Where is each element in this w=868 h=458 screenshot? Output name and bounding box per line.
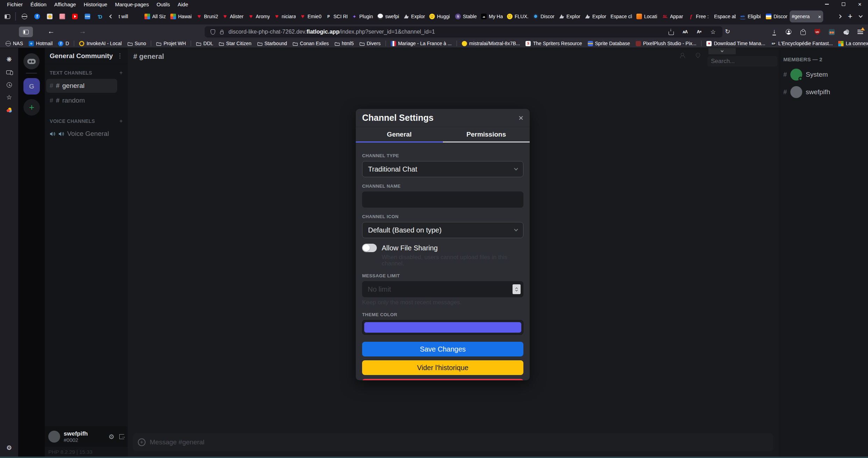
tab[interactable]: Discor <box>764 8 790 25</box>
pinned-tab-globe[interactable] <box>21 13 28 20</box>
colors-icon[interactable] <box>0 105 18 115</box>
ublock-origin-icon[interactable]: UO <box>812 27 822 37</box>
modal-tab-permissions[interactable]: Permissions <box>443 127 530 143</box>
bookmark-item[interactable]: NAS <box>3 40 25 47</box>
extensions-puzzle-icon[interactable] <box>798 27 808 37</box>
bookmark-item[interactable]: Suno <box>125 40 148 47</box>
tab-close-icon[interactable]: × <box>818 14 821 20</box>
bookmark-item[interactable]: oHotmail <box>27 40 55 47</box>
bookmark-item[interactable]: Star Citizen <box>217 40 253 47</box>
tab[interactable]: Locati <box>634 8 660 25</box>
tab[interactable]: Espace abo <box>712 8 738 25</box>
bookmark-item[interactable]: mistralai/Mixtral-8x7B... <box>460 40 522 47</box>
tab[interactable]: fFree : <box>686 8 712 25</box>
bookmark-item[interactable]: Mariage - La France à ... <box>389 40 454 47</box>
tab[interactable]: Hawai <box>168 8 194 25</box>
maximize-button[interactable] <box>835 0 852 8</box>
downloads-icon[interactable]: ↓ <box>769 27 779 37</box>
tab[interactable]: adnEligibi <box>738 8 764 25</box>
modal-close-icon[interactable]: × <box>518 113 523 123</box>
minimize-button[interactable] <box>819 0 835 8</box>
menu-historique[interactable]: Historique <box>80 1 111 8</box>
tab[interactable]: Explor <box>401 8 427 25</box>
message-limit-input[interactable]: No limit <box>362 281 523 297</box>
chatgpt-icon[interactable]: ❋ <box>0 54 18 65</box>
tab[interactable]: ♥Emie0 <box>298 8 324 25</box>
bookmark-item[interactable]: La connexion Wifi et E... <box>836 40 868 47</box>
forward-button[interactable]: → <box>79 27 86 35</box>
tab[interactable]: SStable <box>453 8 479 25</box>
translate-icon[interactable]: ᴀA <box>680 28 690 36</box>
scroll-tabs-right-icon[interactable] <box>834 11 845 22</box>
pinned-tab-dsm[interactable]: DSM <box>84 13 91 20</box>
pinned-tab-diamond[interactable] <box>46 13 54 20</box>
delete-channel-button[interactable]: Delete Channel <box>362 379 523 380</box>
new-tab-button[interactable]: + <box>845 11 855 22</box>
channel-icon-select[interactable]: Default (Based on type) <box>362 222 523 238</box>
menu-outils[interactable]: Outils <box>153 1 173 8</box>
pinned-tab-blued[interactable]: Ɗ <box>96 13 104 20</box>
bookmark-item[interactable]: Sprite Database <box>586 40 632 47</box>
tab[interactable]: ♥Alister <box>220 8 246 25</box>
reader-translate-icon[interactable]: A⁌ <box>694 28 704 36</box>
tab[interactable]: ♥niciara <box>272 8 298 25</box>
close-button[interactable]: × <box>852 0 868 8</box>
tab[interactable]: Huggi <box>427 8 453 25</box>
save-to-pocket-icon[interactable] <box>666 28 676 36</box>
account-icon[interactable] <box>784 27 793 37</box>
shield-icon[interactable] <box>208 29 217 35</box>
save-changes-button[interactable]: Save Changes <box>362 342 523 356</box>
menu-édition[interactable]: Édition <box>27 1 50 8</box>
bookmark-item[interactable]: Projet WH <box>154 40 188 47</box>
clear-history-button[interactable]: Vider l'historique <box>362 360 523 375</box>
extension-blob-icon[interactable] <box>841 27 851 37</box>
menu-marque-pages[interactable]: Marque-pages <box>112 1 153 8</box>
tab[interactable]: swefpi <box>375 8 401 25</box>
devices-icon[interactable] <box>0 67 18 77</box>
bookmark-item[interactable]: fD <box>56 40 71 47</box>
modal-tab-general[interactable]: General <box>356 127 443 143</box>
tab[interactable]: All Siz <box>142 8 168 25</box>
tab[interactable]: t will <box>117 8 142 25</box>
settings-gear-icon[interactable]: ⚙ <box>0 443 18 453</box>
app-menu-icon[interactable] <box>855 27 865 37</box>
theme-color-picker[interactable] <box>362 320 523 335</box>
bookmark-item[interactable]: html5 <box>332 40 356 47</box>
tab[interactable]: Explor <box>583 8 608 25</box>
bookmark-item[interactable]: DDL <box>194 40 215 47</box>
bookmark-item[interactable]: SThe Spriters Resource <box>523 40 584 47</box>
pinned-tab-youtube[interactable] <box>71 13 79 20</box>
url-bar[interactable]: discord-like-php-chat-7262.dev.flatlogic… <box>205 26 722 37</box>
menu-affichage[interactable]: Affichage <box>51 1 79 8</box>
bookmark-item[interactable]: ♥Download Time Mana... <box>704 40 767 47</box>
tab[interactable]: ♥Aromy <box>246 8 272 25</box>
bookmark-star-icon[interactable]: ☆ <box>708 28 718 36</box>
list-all-tabs-icon[interactable] <box>855 11 866 22</box>
tab[interactable]: ✦Plugin <box>350 8 375 25</box>
tab[interactable]: ☁My Ha <box>479 8 505 25</box>
tab[interactable]: SLAppar <box>660 8 686 25</box>
tab-active[interactable]: #genera× <box>790 11 823 22</box>
tab[interactable]: PSCI RE <box>324 8 350 25</box>
channel-name-input[interactable] <box>362 192 523 208</box>
bookmarks-star-icon[interactable]: ☆ <box>0 92 18 103</box>
back-button[interactable]: ← <box>48 27 55 35</box>
tab[interactable]: Discor <box>531 8 557 25</box>
channel-type-select[interactable]: Traditional Chat <box>362 161 523 177</box>
menu-aide[interactable]: Aide <box>174 1 192 8</box>
extension-avatar-icon[interactable] <box>827 27 837 37</box>
tab[interactable]: Espace clie <box>608 8 634 25</box>
history-icon[interactable] <box>0 79 18 90</box>
tab[interactable]: ♥Bruni2 <box>194 8 220 25</box>
scroll-tabs-left-icon[interactable] <box>106 11 117 22</box>
bookmark-item[interactable]: InvokeAI - Local <box>77 40 124 47</box>
firefox-view-icon[interactable] <box>2 11 13 22</box>
bookmark-item[interactable]: Conan Exiles <box>290 40 331 47</box>
pinned-tab-facebook[interactable]: f <box>33 13 41 20</box>
tab[interactable]: FLUX. <box>505 8 531 25</box>
file-sharing-toggle[interactable] <box>362 244 377 252</box>
menu-fichier[interactable]: Fichier <box>3 1 26 8</box>
tab[interactable]: Explor <box>557 8 583 25</box>
sidebar-toggle-button[interactable] <box>19 27 33 37</box>
bookmark-item[interactable]: Starbound <box>255 40 289 47</box>
